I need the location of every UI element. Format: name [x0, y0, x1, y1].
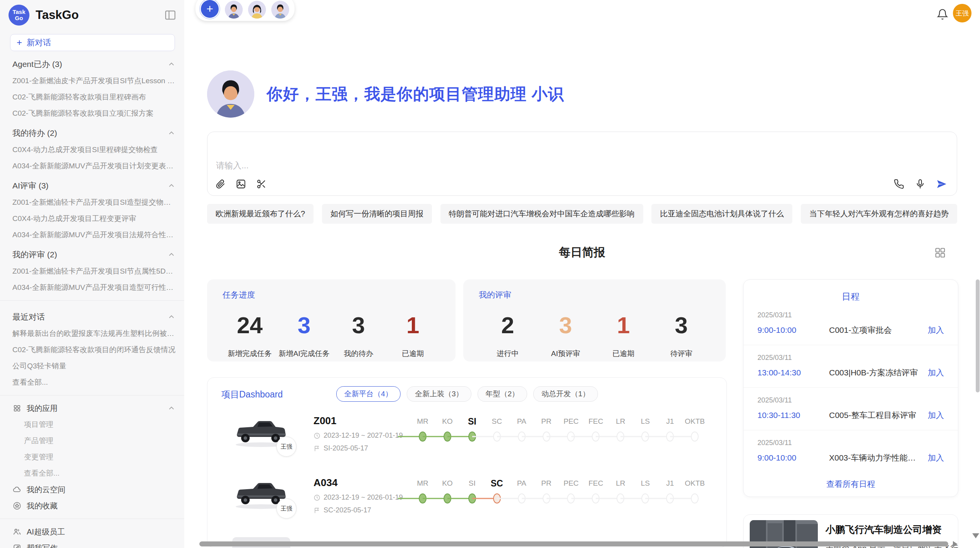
chat-input[interactable]: 请输入... [207, 132, 957, 196]
sidebar-item[interactable]: A034-全新新能源MUV产品开发项目计划变更表编写 [0, 158, 184, 174]
schedule-time: 13:00-14:30 [757, 368, 829, 377]
stat-label: 已逾期 [595, 349, 653, 359]
app-sub-item[interactable]: 产品管理 [0, 433, 184, 449]
agent-avatar-2[interactable] [248, 1, 266, 19]
stat-value: 24 [223, 312, 277, 339]
sidebar-item[interactable]: A034-全新新能源MUV产品开发项目造型可行性评审 [0, 279, 184, 296]
sidebar-item-cloud-space[interactable]: 我的云空间 [0, 481, 184, 498]
suggestion-chip[interactable]: 比亚迪全固态电池计划具体说了什么 [651, 204, 792, 224]
collapse-sidebar-icon[interactable] [164, 9, 176, 21]
microphone-icon[interactable] [915, 179, 925, 189]
sidebar-item[interactable]: A034-全新新能源MUV产品开发项目法规符合性评审 [0, 227, 184, 243]
stat-item: 2进行中 [479, 312, 537, 359]
project-flag-text: SI-2025-05-17 [324, 444, 368, 452]
sidebar-item[interactable]: C02-飞腾新能源轻客改款项目立项汇报方案 [0, 105, 184, 122]
join-meeting-link[interactable]: 加入 [928, 367, 944, 378]
sidebar-item[interactable]: Z001-全新燃油轻卡产品开发项目SI节点属性5D文件评审 [0, 263, 184, 279]
greeting-row: 你好，王强，我是你的项目管理助理 小识 [207, 70, 564, 118]
scroll-down-arrow-icon[interactable] [972, 533, 979, 538]
sidebar-section-header[interactable]: Agent已办 (3) [0, 53, 184, 73]
project-dates-text: 2023-12-19 ~ 2026-01-19 [324, 493, 403, 502]
app-title: TaskGo [36, 8, 164, 22]
sidebar-item[interactable]: Z001-全新燃油皮卡产品开发项目SI节点Lesson Learn报告 [0, 73, 184, 89]
sidebar-item-my-apps[interactable]: 我的应用 [0, 400, 184, 416]
join-meeting-link[interactable]: 加入 [928, 325, 944, 336]
layout-grid-icon[interactable] [934, 247, 946, 259]
join-meeting-link[interactable]: 加入 [928, 410, 944, 421]
agent-avatar-3[interactable] [271, 1, 289, 19]
agent-switcher: + [195, 0, 295, 21]
label: 我的云空间 [27, 485, 65, 494]
sidebar-section-header[interactable]: 我的待办 (2) [0, 122, 184, 142]
app-sub-item[interactable]: 项目管理 [0, 416, 184, 433]
milestone-dot [691, 493, 699, 503]
stat-item: 3待评审 [653, 312, 711, 359]
stat-label: 新增AI完成任务 [277, 349, 332, 359]
dashboard-filter-chip[interactable]: 动总开发（1） [533, 386, 598, 402]
greeting-text: 你好，王强，我是你的项目管理助理 小识 [267, 84, 564, 105]
sidebar-item[interactable]: Z001-全新燃油轻卡产品开发项目SI造型提交物评审 [0, 194, 184, 211]
chevron-up-icon [167, 313, 176, 321]
schedule-row: 9:00-10:00C001-立项审批会加入 [757, 325, 944, 336]
milestone-dot-wrap [682, 491, 707, 506]
stat-item: 3新增AI完成任务 [277, 312, 332, 359]
people-icon [13, 527, 21, 536]
horizontal-scrollbar[interactable] [199, 541, 948, 546]
milestone: LS [633, 414, 658, 444]
recent-chat-item[interactable]: C02-飞腾新能源轻客改款项目的闭环通告反馈情况 [0, 342, 184, 358]
apps-view-all-link[interactable]: 查看全部... [0, 465, 184, 481]
dashboard-filter-chip[interactable]: 年型（2） [478, 386, 528, 402]
dashboard-filter-chip[interactable]: 全新平台（4） [336, 386, 401, 402]
sidebar-item[interactable]: C02-飞腾新能源轻客改款项目里程碑画布 [0, 89, 184, 105]
suggestion-chip[interactable]: 如何写一份清晰的项目周报 [322, 204, 432, 224]
new-chat-button[interactable]: + 新对话 [10, 34, 175, 51]
recent-view-all-link[interactable]: 查看全部... [0, 374, 184, 390]
project-row[interactable]: 王强A0342023-12-19 ~ 2026-01-19SC-2025-05-… [207, 469, 726, 531]
sidebar-section-title: 最近对话 [12, 312, 45, 322]
suggestion-chip[interactable]: 欧洲新规最近颁布了什么? [207, 204, 314, 224]
sidebar-section-header[interactable]: AI评审 (3) [0, 174, 184, 194]
schedule-date: 2025/03/11 [757, 439, 944, 447]
stat-label: 已逾期 [386, 349, 440, 359]
stat-card: 任务进度24新增完成任务3新增AI完成任务3我的待办1已逾期 [207, 279, 456, 361]
scroll-right-arrow-icon[interactable] [953, 541, 958, 547]
sidebar-item-ai-staff[interactable]: AI超级员工 [0, 524, 184, 540]
milestone: MR [410, 476, 435, 506]
app-sub-item[interactable]: 变更管理 [0, 449, 184, 465]
recent-chat-item[interactable]: 公司Q3轻卡销量 [0, 358, 184, 374]
milestone-label: SC [492, 414, 502, 429]
dashboard-filter-chip[interactable]: 全新上装（3） [407, 386, 471, 402]
recent-chat-item[interactable]: 解释最新出台的欧盟报废车法规再生塑料比例被调至15%... [0, 325, 184, 342]
scissors-icon[interactable] [256, 179, 267, 189]
attachment-icon[interactable] [215, 179, 226, 189]
stat-item: 3AI预评审 [537, 312, 595, 359]
agent-avatar-1[interactable] [225, 1, 243, 19]
user-avatar[interactable]: 王强 [953, 4, 971, 22]
sidebar-recent-header[interactable]: 最近对话 [0, 305, 184, 325]
stat-card: 我的评审2进行中3AI预评审1已逾期3待评审 [463, 279, 726, 361]
milestone-label: OKTB [685, 476, 705, 491]
add-agent-button[interactable]: + [200, 0, 219, 19]
project-row[interactable]: 王强Z0012023-12-19 ~ 2027-01-19SI-2025-05-… [207, 407, 726, 469]
sidebar-item[interactable]: C0X4-动力总成开发项目SI里程碑提交物检查 [0, 142, 184, 158]
send-icon[interactable] [936, 179, 947, 189]
suggestion-chip[interactable]: 当下年轻人对汽车外观有怎样的喜好趋势 [801, 204, 957, 224]
chevron-up-icon [167, 182, 176, 190]
label: 帮我写作 [27, 544, 58, 548]
project-flag-text: SC-2025-05-17 [324, 506, 371, 514]
project-image-wrap: 王强 [232, 414, 314, 448]
view-all-schedule-link[interactable]: 查看所有日程 [744, 479, 958, 490]
join-meeting-link[interactable]: 加入 [928, 452, 944, 463]
sidebar-item-write-helper[interactable]: 帮我写作 [0, 540, 184, 548]
image-icon[interactable] [236, 179, 246, 189]
project-name: Z001 [314, 415, 410, 427]
sidebar-section-header[interactable]: 我的评审 (2) [0, 243, 184, 263]
phone-icon[interactable] [894, 179, 904, 189]
suggestion-chip[interactable]: 特朗普可能对进口汽车增税会对中国车企造成哪些影响 [440, 204, 643, 224]
sidebar-item[interactable]: C0X4-动力总成开发项目工程变更评审 [0, 211, 184, 227]
sidebar-recent: 最近对话解释最新出台的欧盟报废车法规再生塑料比例被调至15%...C02-飞腾新… [0, 305, 184, 390]
vertical-scrollbar[interactable] [976, 279, 980, 392]
notification-bell-icon[interactable] [937, 9, 948, 20]
sidebar-item-favorites[interactable]: 我的收藏 [0, 498, 184, 514]
milestone-label: LS [641, 476, 650, 491]
